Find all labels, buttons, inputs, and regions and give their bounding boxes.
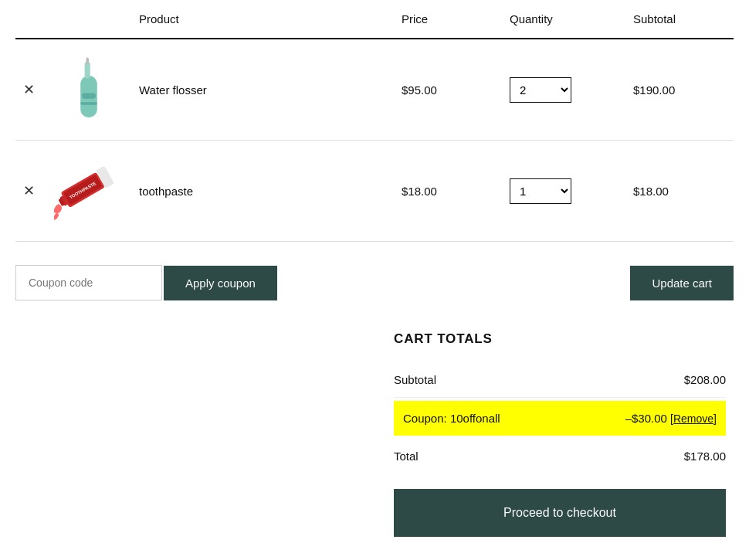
subtotal-label: Subtotal (394, 373, 436, 386)
toothpaste-subtotal: $18.00 (625, 141, 734, 242)
toothpaste-name: toothpaste (131, 141, 394, 242)
total-value: $178.00 (684, 450, 726, 463)
toothpaste-qty-select[interactable]: 1 2 3 (510, 178, 571, 204)
remove-toothpaste-button[interactable]: ✕ (23, 184, 35, 198)
remove-water-flosser-button[interactable]: ✕ (23, 83, 35, 97)
checkout-button[interactable]: Proceed to checkout (394, 489, 726, 537)
coupon-section: Apply coupon (15, 265, 277, 300)
col-header-subtotal: Subtotal (625, 0, 734, 39)
total-label: Total (394, 450, 419, 463)
water-flosser-qty-select[interactable]: 1 2 3 4 5 (510, 77, 571, 103)
subtotal-row: Subtotal $208.00 (394, 362, 726, 398)
water-flosser-price: $95.00 (394, 39, 502, 141)
col-header-image (46, 0, 131, 39)
water-flosser-image (54, 55, 124, 124)
coupon-discount-label: Coupon: 10offonall (403, 412, 500, 425)
svg-rect-4 (80, 102, 97, 105)
svg-rect-2 (86, 58, 89, 65)
water-flosser-subtotal: $190.00 (625, 39, 734, 141)
col-header-price: Price (394, 0, 502, 39)
cart-table: Product Price Quantity Subtotal ✕ (15, 0, 734, 242)
update-cart-button[interactable]: Update cart (630, 266, 734, 300)
toothpaste-price: $18.00 (394, 141, 502, 242)
subtotal-value: $208.00 (684, 373, 726, 386)
svg-rect-3 (82, 93, 96, 99)
coupon-discount-value: –$30.00 [Remove] (625, 412, 717, 425)
col-header-remove (15, 0, 46, 39)
remove-coupon-link[interactable]: [Remove] (670, 412, 717, 425)
coupon-update-row: Apply coupon Update cart (15, 242, 734, 308)
table-row: ✕ (15, 39, 734, 141)
coupon-discount-row: Coupon: 10offonall –$30.00 [Remove] (394, 401, 726, 436)
cart-totals-box: CART TOTALS Subtotal $208.00 Coupon: 10o… (394, 331, 726, 537)
apply-coupon-button[interactable]: Apply coupon (164, 266, 277, 300)
coupon-input[interactable] (15, 265, 162, 300)
table-row: ✕ TOOTHPASTE (15, 141, 734, 242)
col-header-product: Product (131, 0, 394, 39)
water-flosser-name: Water flosser (131, 39, 394, 141)
cart-totals-section: CART TOTALS Subtotal $208.00 Coupon: 10o… (15, 331, 734, 537)
col-header-quantity: Quantity (502, 0, 625, 39)
cart-totals-title: CART TOTALS (394, 331, 726, 347)
toothpaste-image: TOOTHPASTE (54, 156, 124, 226)
total-row: Total $178.00 (394, 439, 726, 473)
